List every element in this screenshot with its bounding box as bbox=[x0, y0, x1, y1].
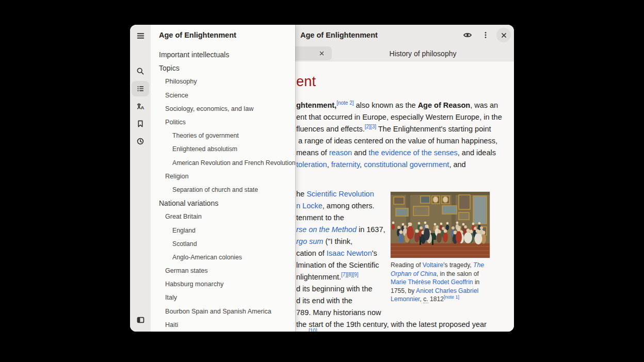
text-line: lmination of the Scientific bbox=[296, 261, 379, 269]
text-span: , and ideals bbox=[458, 149, 496, 157]
language-icon: A bbox=[136, 102, 144, 110]
text-line: 789. Many historians now bbox=[296, 308, 381, 317]
article-image[interactable] bbox=[391, 192, 490, 258]
article-link[interactable]: rgo sum bbox=[296, 237, 323, 245]
toc-item[interactable]: Philosophy bbox=[151, 75, 295, 88]
toc-item[interactable]: Sociology, economics, and law bbox=[151, 102, 295, 116]
article-link[interactable]: constitutional government bbox=[364, 160, 449, 169]
toc-item[interactable]: Politics bbox=[151, 116, 295, 129]
article-link[interactable]: Scientific Revolution bbox=[307, 190, 374, 198]
article-link[interactable]: Isaac Newton bbox=[327, 249, 372, 257]
text-span: 's tragedy, bbox=[443, 261, 473, 269]
page-title: Age of Enlightenment bbox=[300, 31, 378, 39]
bookmarks-button[interactable] bbox=[132, 116, 149, 131]
text-span: , in the salon of bbox=[437, 270, 479, 277]
text-line: d its end with the bbox=[296, 297, 352, 305]
text-span: ent that occurred in Europe, especially … bbox=[296, 113, 502, 121]
toc-item[interactable]: England bbox=[151, 223, 295, 237]
text-line: [10] bbox=[309, 329, 317, 332]
article-link[interactable]: Voltaire bbox=[423, 261, 443, 269]
article-link[interactable]: toleration bbox=[296, 160, 327, 169]
article-link[interactable]: Marie Thérèse Rodet Geoffrin bbox=[391, 278, 473, 286]
main-menu-button[interactable] bbox=[132, 27, 149, 44]
toc-item[interactable]: Separation of church and state bbox=[151, 183, 295, 196]
article-link[interactable]: rse on the Method bbox=[296, 225, 357, 234]
toc-item[interactable]: Great Britain bbox=[151, 210, 295, 223]
text-span: ("I think, bbox=[323, 237, 352, 245]
svg-text:A: A bbox=[141, 105, 144, 110]
toc-item[interactable]: Bourbon Spain and Spanish America bbox=[151, 305, 295, 318]
tab-close-icon bbox=[319, 51, 325, 56]
toc-item[interactable]: Haiti bbox=[151, 318, 295, 332]
article-link[interactable]: fraternity bbox=[331, 160, 360, 169]
bookmark-icon bbox=[136, 120, 144, 128]
toc-item[interactable]: Religion bbox=[151, 170, 295, 183]
text-span: in 1637, bbox=[357, 225, 385, 234]
text-line: tenment to the bbox=[296, 213, 344, 222]
text-line: a range of ideas centered on the value o… bbox=[298, 137, 497, 145]
text-span: means of bbox=[296, 149, 329, 157]
toc-item[interactable]: American Revolution and French Revolutio… bbox=[151, 156, 295, 170]
reference-link[interactable]: [7][8][9] bbox=[341, 272, 358, 277]
reference-link[interactable]: [2][3] bbox=[365, 124, 376, 129]
toc-item[interactable]: Important intellectuals bbox=[151, 48, 295, 61]
toc-item[interactable]: Habsburg monarchy bbox=[151, 277, 295, 291]
app-menu-button[interactable] bbox=[478, 28, 493, 42]
search-button[interactable] bbox=[132, 63, 149, 79]
text-span: , among others. bbox=[323, 202, 375, 210]
reference-link[interactable]: [note 1] bbox=[444, 294, 459, 300]
toc-item[interactable]: Theories of government bbox=[151, 129, 295, 142]
toc-item[interactable]: Enlightened absolutism bbox=[151, 142, 295, 156]
reference-link[interactable]: [10] bbox=[309, 328, 317, 332]
history-button[interactable] bbox=[132, 134, 149, 149]
text-line: ghtenment,[note 2] also known as the Age… bbox=[296, 101, 498, 109]
text-span: also known as the bbox=[354, 101, 418, 109]
article-heading: ent bbox=[296, 74, 316, 90]
reference-link[interactable]: [note 2] bbox=[336, 100, 353, 106]
text-span: lmination of the Scientific bbox=[296, 261, 379, 269]
text-line: cation of Isaac Newton's bbox=[296, 249, 377, 257]
toc-item[interactable]: National variations bbox=[151, 196, 295, 210]
toc-item[interactable]: Topics bbox=[151, 61, 295, 75]
hamburger-menu-icon bbox=[136, 31, 145, 40]
article-link[interactable]: reason bbox=[329, 149, 352, 157]
text-span: tenment to the bbox=[296, 213, 344, 222]
text-span: 1812 bbox=[428, 295, 444, 303]
toc-drawer: Age of Enlightenment Important intellect… bbox=[151, 25, 295, 332]
reader-view-button[interactable] bbox=[460, 28, 475, 42]
text-span: d its end with the bbox=[296, 297, 352, 305]
history-clock-icon bbox=[136, 137, 144, 145]
text-span: cation of bbox=[296, 249, 327, 257]
tab-history-of-philosophy[interactable]: History of philosophy bbox=[332, 46, 514, 60]
text-line: d its beginning with the bbox=[296, 285, 373, 293]
text-span: fluences and effects. bbox=[296, 125, 365, 133]
toc-item[interactable]: Science bbox=[151, 89, 295, 102]
toc-item[interactable]: Scotland bbox=[151, 237, 295, 251]
text-span: the start of the 19th century, with the … bbox=[296, 320, 487, 328]
tab-label: History of philosophy bbox=[390, 50, 457, 58]
text-line: toleration, fraternity, constitutional g… bbox=[296, 160, 466, 169]
app-window: A Age of Enlightenment bbox=[130, 25, 514, 332]
sidebar-toggle-button[interactable] bbox=[132, 312, 149, 327]
text-span: Reading of bbox=[391, 261, 423, 269]
language-button[interactable]: A bbox=[132, 98, 149, 114]
article-link[interactable]: n Locke bbox=[296, 202, 323, 210]
text-line: rgo sum ("I think, bbox=[296, 237, 352, 245]
tab-close-button[interactable] bbox=[316, 48, 327, 59]
article-link[interactable]: the evidence of the senses bbox=[368, 149, 458, 157]
text-span: 789. Many historians now bbox=[296, 308, 381, 317]
text-span: ghtenment, bbox=[296, 101, 336, 109]
kebab-menu-icon bbox=[481, 31, 490, 39]
toc-item[interactable]: Italy bbox=[151, 291, 295, 304]
close-window-button[interactable] bbox=[496, 28, 511, 42]
drawer-title: Age of Enlightenment bbox=[159, 31, 236, 39]
text-span: 's bbox=[372, 249, 377, 257]
text-line: the start of the 19th century, with the … bbox=[296, 320, 487, 328]
toc-item[interactable]: Anglo-American colonies bbox=[151, 251, 295, 264]
toc-button[interactable] bbox=[132, 81, 149, 96]
toc-list: Important intellectualsTopicsPhilosophyS… bbox=[151, 48, 295, 332]
text-line: nlightenment.[7][8][9] bbox=[296, 273, 358, 281]
text-span: The Enlightenment's starting point bbox=[376, 125, 491, 133]
eye-icon bbox=[463, 30, 472, 40]
toc-item[interactable]: German states bbox=[151, 264, 295, 277]
